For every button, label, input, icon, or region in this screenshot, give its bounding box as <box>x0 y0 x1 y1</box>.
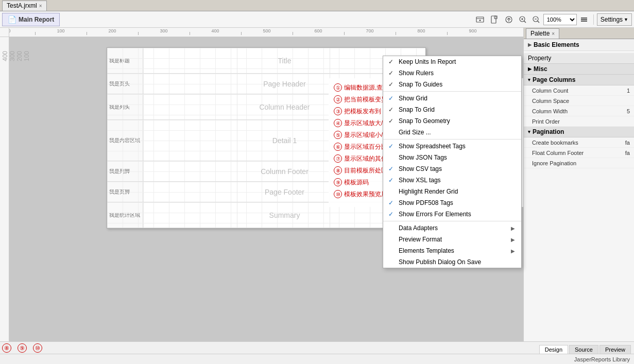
float-column-footer-value: fa <box>609 150 630 156</box>
menu-item-elements-templates[interactable]: Elements Templates ▶ <box>383 245 521 256</box>
annotation-num-2: ② <box>334 95 342 103</box>
tab-preview[interactable]: Preview <box>599 345 631 354</box>
page-columns-section-header[interactable]: ▾ Page Columns <box>524 75 634 85</box>
svg-line-7 <box>524 21 526 23</box>
basic-elements-header[interactable]: ▶ Basic Elements <box>524 39 634 51</box>
ruler-tick <box>138 32 139 35</box>
tab-source[interactable]: Source <box>569 345 598 354</box>
toolbar-left-section: 100% 75% 125% 150% <box>473 13 590 26</box>
palette-tab[interactable]: Palette × <box>526 28 559 39</box>
menu-item-snap-guides[interactable]: Snap To Guides <box>383 79 521 90</box>
menu-sep-1 <box>383 91 521 92</box>
band-label-detail: 我是内容区域 <box>107 120 143 161</box>
menu-item-highlight-render[interactable]: Highlight Render Grid <box>383 186 521 197</box>
menu-item-show-xsl-tags[interactable]: Show XSL tags <box>383 175 521 186</box>
tab-bar: TestA.jrxml × <box>0 0 634 11</box>
menu-item-grid-size[interactable]: Grid Size ... <box>383 127 521 138</box>
annotation-num-3: ③ <box>334 107 342 115</box>
toolbar-btn-1[interactable] <box>473 13 487 26</box>
toolbar-btn-properties[interactable] <box>578 13 590 26</box>
annotation-num-5: ⑤ <box>334 131 342 139</box>
column-width-value: 5 <box>609 108 630 114</box>
ruler-tick <box>190 32 190 35</box>
menu-item-show-csv-tags[interactable]: Show CSV tags <box>383 163 521 175</box>
svg-line-11 <box>537 21 539 23</box>
basic-elements-label: Basic Elements <box>534 41 579 48</box>
menu-item-show-pdf508[interactable]: Show PDF508 Tags <box>383 197 521 209</box>
property-label: Property <box>528 55 551 62</box>
ruler-tick <box>87 32 87 35</box>
svg-point-2 <box>479 20 481 21</box>
zoom-select[interactable]: 100% 75% 125% 150% <box>543 14 577 25</box>
menu-sep-3 <box>383 221 521 221</box>
menu-item-show-publish[interactable]: Show Publish Dialog On Save <box>383 256 521 268</box>
annotation-num-8: ⑧ <box>334 166 342 175</box>
tab-design[interactable]: Design <box>539 345 568 354</box>
data-adapters-arrow-icon: ▶ <box>511 226 515 231</box>
properties-content: Property ▶ Misc ▾ Page Columns Column Co… <box>524 51 634 341</box>
prop-row-column-width: Column Width 5 <box>524 106 634 116</box>
menu-item-preview-format[interactable]: Preview Format ▶ <box>383 234 521 245</box>
main-report-tab[interactable]: 📄 Main Report <box>2 13 60 26</box>
menu-item-show-rulers[interactable]: Show Rulers <box>383 67 521 79</box>
bottom-num-8: ⑧ <box>2 343 11 353</box>
page-columns-arrow-icon: ▾ <box>528 77 530 82</box>
settings-button[interactable]: Settings ▼ <box>597 13 632 26</box>
misc-section-header[interactable]: ▶ Misc <box>524 64 634 75</box>
annotation-num-1: ① <box>334 83 342 92</box>
main-report-label: Main Report <box>19 16 54 23</box>
settings-dropdown-menu: Keep Units In Report Show Rulers Snap To… <box>383 56 522 268</box>
menu-item-data-adapters[interactable]: Data Adapters ▶ <box>383 222 521 234</box>
prop-row-column-space: Column Space <box>524 96 634 106</box>
menu-item-snap-geometry[interactable]: Snap To Geometry <box>383 115 521 127</box>
prop-row-create-bookmarks: Create bookmarks fa <box>524 137 634 148</box>
menu-item-show-json-tags[interactable]: Show JSON Tags <box>383 152 521 163</box>
band-label-title: 我是标题 <box>107 48 143 73</box>
toolbar-btn-zoom-out[interactable] <box>530 13 542 26</box>
file-tab[interactable]: TestA.jrxml × <box>2 1 47 11</box>
prop-row-print-order: Print Order <box>524 116 634 127</box>
main-toolbar: 📄 Main Report 100% 75% <box>0 11 634 28</box>
menu-item-show-grid[interactable]: Show Grid <box>383 93 521 104</box>
ruler-label-300: 300 <box>160 28 167 33</box>
print-order-label: Print Order <box>532 118 609 125</box>
column-count-value: 1 <box>609 88 630 94</box>
create-bookmarks-label: Create bookmarks <box>532 140 609 146</box>
prop-row-float-column-footer: Float Column Footer fa <box>524 148 634 158</box>
ruler-tick <box>293 32 293 35</box>
ruler-label-0: 0 <box>9 28 11 33</box>
toolbar-btn-zoom-in[interactable] <box>517 13 529 26</box>
band-label-pageheader: 我是页头 <box>107 74 143 94</box>
menu-item-show-spreadsheet-tags[interactable]: Show Spreadsheet Tags <box>383 141 521 152</box>
pagination-label: Pagination <box>533 128 564 135</box>
band-label-columnheader: 我是列头 <box>107 94 143 119</box>
band-label-summary: 我是统计区域 <box>107 202 143 228</box>
ruler-label-100: 100 <box>57 28 64 33</box>
svg-rect-13 <box>581 18 587 19</box>
svg-rect-15 <box>581 21 587 22</box>
toolbar-btn-3[interactable] <box>502 13 516 26</box>
close-icon[interactable]: × <box>39 3 42 9</box>
misc-arrow-icon: ▶ <box>528 66 532 72</box>
ruler-label-800: 800 <box>417 28 425 33</box>
ruler-label-500: 500 <box>263 28 270 33</box>
band-title[interactable]: 我是标题 Title <box>107 48 425 74</box>
menu-item-show-errors[interactable]: Show Errors For Elements <box>383 209 521 220</box>
ruler-vertical: 100 200 300 400 <box>0 37 9 341</box>
pagination-section-header[interactable]: ▾ Pagination <box>524 127 634 137</box>
menu-item-snap-grid[interactable]: Snap To Grid <box>383 104 521 115</box>
ruler-label-700: 700 <box>366 28 373 33</box>
page-columns-label: Page Columns <box>533 76 575 83</box>
toolbar-btn-2[interactable] <box>488 13 501 26</box>
annotation-text-6: 显示区域百分比 <box>344 143 387 151</box>
pagination-arrow-icon: ▾ <box>528 129 530 134</box>
menu-item-keep-units[interactable]: Keep Units In Report <box>383 56 521 67</box>
column-space-label: Column Space <box>532 98 609 104</box>
ruler-tick <box>241 32 242 35</box>
float-column-footer-label: Float Column Footer <box>532 150 609 156</box>
annotation-num-9: ⑨ <box>334 178 342 186</box>
svg-rect-14 <box>581 19 587 20</box>
ruler-tick <box>447 32 448 35</box>
palette-close-icon[interactable]: × <box>552 31 555 37</box>
expand-icon: ▶ <box>528 42 532 47</box>
